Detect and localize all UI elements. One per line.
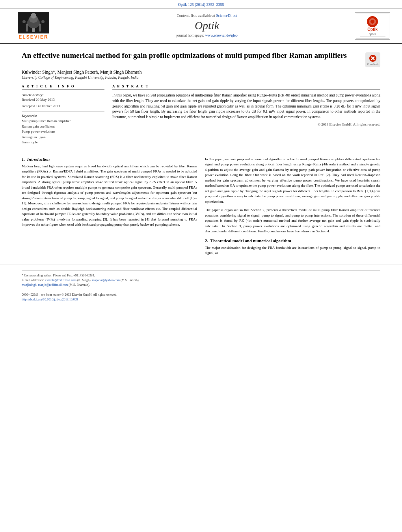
keyword-2: Raman gain coefficient: [22, 124, 104, 130]
elsevier-label: ELSEVIER: [19, 34, 48, 40]
elsevier-tree-image: [18, 12, 49, 33]
svg-point-8: [41, 20, 45, 23]
article-title-row: An effective numerical method for gain p…: [22, 51, 380, 67]
contents-label: Contents lists available at: [177, 14, 215, 18]
doi-anchor[interactable]: http://dx.doi.org/10.1016/j.ijleo.2013.1…: [22, 298, 78, 301]
sciencedirect-link[interactable]: ScienceDirect: [216, 14, 237, 18]
body-left-col: 1. Introduction Modern long haul lightwa…: [22, 157, 197, 259]
article-title: An effective numerical method for gain p…: [22, 51, 361, 61]
svg-point-12: [370, 20, 374, 24]
journal-header: ELSEVIER Contents lists available at Sci…: [0, 9, 402, 44]
homepage-label: journal homepage:: [176, 33, 204, 37]
journal-citation: Optik 125 (2014) 2352–2355: [0, 0, 402, 9]
contents-line: Contents lists available at ScienceDirec…: [59, 14, 355, 18]
svg-point-4: [31, 13, 36, 19]
svg-text:CrossMark: CrossMark: [367, 63, 379, 65]
optik-journal-logo: Optik optics: [355, 12, 390, 40]
crossmark-logo[interactable]: CrossMark: [365, 52, 380, 67]
email-line: E-mail addresses: ksmalhi@rediffmail.com…: [22, 278, 380, 283]
footnote-star: * Corresponding author. Phone and Fax: +…: [22, 273, 380, 278]
svg-text:Optik: Optik: [367, 27, 378, 32]
affiliation: University College of Engineering, Punja…: [22, 76, 380, 80]
keyword-3: Pump power evolutions: [22, 129, 104, 135]
article-area: An effective numerical method for gain p…: [0, 44, 402, 145]
email-3-name: (M.S. Bhamrah).: [69, 283, 90, 287]
keywords-label: Keywords:: [22, 114, 104, 118]
section-divider: [22, 151, 380, 151]
email-label: E-mail addresses:: [22, 278, 44, 282]
citation-text: Optik 125 (2014) 2352–2355: [178, 2, 224, 7]
svg-text:optics: optics: [368, 33, 376, 36]
body-right-col: In this paper, we have proposed a numeri…: [205, 157, 380, 259]
email-2[interactable]: mspattar@yahoo.com: [92, 278, 120, 282]
authors: Kulwinder Singh*, Manjeet Singh Patterh,…: [22, 70, 380, 74]
email-1-name: (K. Singh),: [77, 278, 91, 282]
article-info-header: A R T I C L E I N F O: [22, 84, 104, 90]
received-date: Received 20 May 2013: [22, 98, 104, 102]
footer-bottom-divider: [22, 290, 380, 290]
svg-point-7: [22, 20, 26, 23]
intro-paragraph-2: In this paper, we have proposed a numeri…: [205, 157, 380, 205]
keywords-section: Keywords: Muti pump Fiber Raman amplifie…: [22, 111, 104, 145]
svg-rect-5: [26, 24, 28, 32]
journal-title: Optik: [59, 19, 355, 32]
article-info-col: A R T I C L E I N F O Article history: R…: [22, 84, 104, 145]
accepted-date: Accepted 14 October 2013: [22, 104, 104, 108]
footer-top-divider: [22, 271, 380, 271]
doi-link: http://dx.doi.org/10.1016/j.ijleo.2013.1…: [22, 297, 380, 302]
intro-paragraph-1: Modern long haul lightwave system requir…: [22, 164, 197, 228]
homepage-line: journal homepage: www.elsevier.de/ijleo: [59, 33, 355, 37]
abstract-header: A B S T R A C T: [112, 84, 380, 90]
theoretical-model-title: 2. Theoretical model and numerical algor…: [205, 238, 380, 243]
email-1[interactable]: ksmalhi@rediffmail.com: [45, 278, 76, 282]
keyword-4: Average net gain: [22, 135, 104, 140]
article-info-abstract: A R T I C L E I N F O Article history: R…: [22, 84, 380, 145]
theoretical-model-text: The major consideration for designing th…: [205, 245, 380, 256]
email-line-2: manjitsingh_manjit@rediffmail.com (M.S. …: [22, 283, 380, 287]
email-2-name: (M.S. Patterh),: [121, 278, 140, 282]
copyright: © 2013 Elsevier GmbH. All rights reserve…: [112, 122, 380, 126]
intro-title: 1. Introduction: [22, 157, 197, 161]
keyword-5: Gain ripple: [22, 140, 104, 145]
issn-line: 0030-4026/$ – see front matter © 2013 El…: [22, 293, 380, 297]
svg-rect-6: [39, 24, 41, 32]
email-3[interactable]: manjitsingh_manjit@rediffmail.com: [22, 283, 68, 287]
page: Optik 125 (2014) 2352–2355: [0, 0, 402, 532]
abstract-text: In this paper, we have solved propagatio…: [112, 93, 380, 120]
body-content: 1. Introduction Modern long haul lightwa…: [0, 157, 402, 259]
history-label: Article history:: [22, 93, 104, 97]
homepage-link[interactable]: www.elsevier.de/ijleo: [205, 33, 238, 37]
abstract-col: A B S T R A C T In this paper, we have s…: [112, 84, 380, 145]
keyword-1: Muti pump Fiber Raman amplifier: [22, 119, 104, 124]
intro-paragraph-3: The paper is organised so that Section 2…: [205, 208, 380, 234]
elsevier-logo: ELSEVIER: [12, 12, 55, 40]
journal-center: Contents lists available at ScienceDirec…: [59, 14, 355, 38]
footer: * Corresponding author. Phone and Fax: +…: [0, 265, 402, 304]
